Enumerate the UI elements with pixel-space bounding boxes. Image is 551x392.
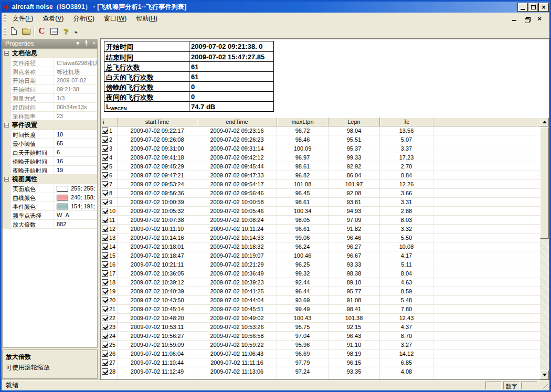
row-checkbox[interactable] — [102, 306, 108, 312]
table-row[interactable]: 19 2009-07-02 10:40:39 2009-07-02 10:41:… — [101, 287, 540, 296]
property-value[interactable]: 23 — [54, 112, 97, 120]
property-value[interactable]: 2009-07-02 — [54, 76, 97, 84]
row-checkbox[interactable] — [102, 243, 108, 250]
table-row[interactable]: 22 2009-07-02 10:48:20 2009-07-02 10:49:… — [101, 314, 540, 323]
table-row[interactable]: 14 2009-07-02 10:18:01 2009-07-02 10:18:… — [101, 242, 540, 251]
table-row[interactable]: 27 2009-07-02 11:10:44 2009-07-02 11:11:… — [101, 358, 540, 367]
column-header[interactable]: Lepn — [329, 118, 380, 126]
row-checkbox[interactable] — [102, 235, 108, 241]
menu-item[interactable]: 窗口(W) — [99, 13, 131, 25]
table-row[interactable]: 18 2009-07-02 10:39:12 2009-07-02 10:39:… — [101, 278, 540, 287]
row-checkbox[interactable] — [102, 333, 108, 339]
row-checkbox[interactable] — [102, 279, 108, 285]
row-checkbox[interactable] — [102, 252, 108, 259]
property-value[interactable]: C:\awa6298\机场 — [54, 58, 97, 67]
property-value[interactable]: 882 — [54, 220, 97, 228]
c-analysis-button[interactable]: C — [36, 25, 48, 37]
row-checkbox[interactable] — [102, 226, 108, 232]
table-row[interactable]: 15 2009-07-02 10:18:47 2009-07-02 10:19:… — [101, 251, 540, 260]
collapse-icon[interactable] — [4, 51, 9, 56]
property-value[interactable]: 65 — [54, 139, 97, 147]
vertical-scrollbar[interactable] — [540, 118, 549, 379]
row-checkbox[interactable] — [102, 136, 108, 143]
row-checkbox[interactable] — [102, 261, 108, 268]
row-checkbox[interactable] — [102, 199, 108, 205]
column-header[interactable]: endTime — [197, 118, 277, 126]
column-header[interactable]: i — [101, 118, 118, 126]
table-row[interactable]: 5 2009-07-02 09:45:29 2009-07-02 09:45:4… — [101, 162, 540, 171]
row-checkbox[interactable] — [102, 288, 108, 294]
table-row[interactable]: 4 2009-07-02 09:41:18 2009-07-02 09:42:1… — [101, 153, 540, 162]
property-value[interactable]: 1/3 — [54, 94, 97, 102]
chevron-down-icon[interactable]: ▼ — [75, 41, 80, 46]
row-checkbox[interactable] — [102, 217, 108, 223]
menu-grip[interactable] — [4, 15, 6, 22]
section-event-settings[interactable]: 事件设置 — [3, 121, 97, 130]
table-row[interactable]: 13 2009-07-02 10:14:16 2009-07-02 10:14:… — [101, 234, 540, 242]
row-checkbox[interactable] — [102, 342, 108, 348]
table-row[interactable]: 25 2009-07-02 10:59:09 2009-07-02 10:59:… — [101, 341, 540, 349]
child-restore-button[interactable] — [523, 15, 531, 22]
table-row[interactable]: 21 2009-07-02 10:45:14 2009-07-02 10:45:… — [101, 305, 540, 314]
property-value[interactable]: 240; 158; 158 — [54, 193, 97, 202]
property-value[interactable]: W_A — [54, 211, 97, 219]
row-checkbox[interactable] — [102, 359, 108, 366]
row-checkbox[interactable] — [102, 351, 108, 357]
property-value[interactable]: 255; 255; 255 — [54, 184, 97, 193]
close-icon[interactable]: × — [92, 41, 96, 46]
new-document-button[interactable] — [8, 25, 20, 37]
collapse-icon[interactable] — [4, 123, 9, 128]
section-doc-info[interactable]: 文档信息 — [3, 49, 97, 58]
table-row[interactable]: 20 2009-07-02 10:43:50 2009-07-02 10:44:… — [101, 296, 540, 305]
open-file-button[interactable] — [20, 25, 32, 37]
toolbar-grip[interactable] — [4, 27, 6, 35]
menu-item[interactable]: 文件(F) — [8, 13, 38, 25]
row-checkbox[interactable] — [102, 145, 108, 152]
row-checkbox[interactable] — [102, 297, 108, 303]
menu-item[interactable]: 分析(C) — [68, 13, 99, 25]
row-checkbox[interactable] — [102, 270, 108, 277]
property-value[interactable]: 06h34m13s — [54, 103, 97, 111]
row-checkbox[interactable] — [102, 181, 108, 187]
scrollbar-thumb[interactable] — [540, 127, 549, 239]
table-row[interactable]: 7 2009-07-02 09:53:24 2009-07-02 09:54:1… — [101, 180, 540, 189]
properties-button[interactable] — [48, 25, 60, 37]
property-value[interactable]: 154; 191; 186 — [54, 202, 97, 210]
table-row[interactable]: 17 2009-07-02 10:36:05 2009-07-02 10:36:… — [101, 269, 540, 278]
property-value[interactable]: 16 — [54, 157, 97, 165]
column-header[interactable] — [433, 118, 540, 126]
column-header[interactable]: Te — [380, 118, 433, 126]
row-checkbox[interactable] — [102, 315, 108, 321]
menu-item[interactable]: 帮助(H) — [131, 13, 162, 25]
row-checkbox[interactable] — [102, 368, 108, 375]
table-row[interactable]: 24 2009-07-02 10:56:27 2009-07-02 10:56:… — [101, 332, 540, 341]
table-row[interactable]: 3 2009-07-02 09:31:00 2009-07-02 09:31:1… — [101, 144, 540, 153]
pin-icon[interactable] — [84, 40, 89, 47]
row-checkbox[interactable] — [102, 208, 108, 214]
menu-item[interactable]: 查看(V) — [38, 13, 68, 25]
table-row[interactable]: 2 2009-07-02 09:26:08 2009-07-02 09:26:2… — [101, 135, 540, 144]
table-row[interactable]: 6 2009-07-02 09:47:21 2009-07-02 09:47:3… — [101, 171, 540, 180]
table-row[interactable]: 28 2009-07-02 11:12:49 2009-07-02 11:13:… — [101, 367, 540, 376]
property-value[interactable]: 09:21:38 — [54, 85, 97, 93]
child-close-button[interactable]: × — [536, 15, 543, 22]
property-value[interactable]: 栎社机场 — [54, 67, 97, 76]
maximize-button[interactable] — [528, 3, 538, 12]
column-header[interactable]: startTime — [118, 118, 197, 126]
row-checkbox[interactable] — [102, 163, 108, 169]
minimize-button[interactable] — [518, 3, 527, 12]
section-view-props[interactable]: 视图属性 — [3, 175, 97, 184]
child-minimize-button[interactable] — [511, 15, 518, 22]
property-value[interactable]: 10 — [54, 130, 97, 139]
table-row[interactable]: 1 2009-07-02 09:22:17 2009-07-02 09:23:1… — [101, 126, 540, 135]
table-row[interactable]: 12 2009-07-02 10:11:10 2009-07-02 10:11:… — [101, 225, 540, 234]
column-header[interactable]: maxLtpn — [277, 118, 329, 126]
scroll-down-button[interactable] — [540, 370, 549, 379]
close-button[interactable]: × — [539, 3, 548, 12]
table-row[interactable]: 8 2009-07-02 09:56:36 2009-07-02 09:56:4… — [101, 189, 540, 198]
row-checkbox[interactable] — [102, 190, 108, 196]
help-button[interactable]: ? — [60, 25, 72, 37]
row-checkbox[interactable] — [102, 154, 108, 161]
table-row[interactable]: 16 2009-07-02 10:21:11 2009-07-02 10:21:… — [101, 260, 540, 269]
row-checkbox[interactable] — [102, 172, 108, 178]
